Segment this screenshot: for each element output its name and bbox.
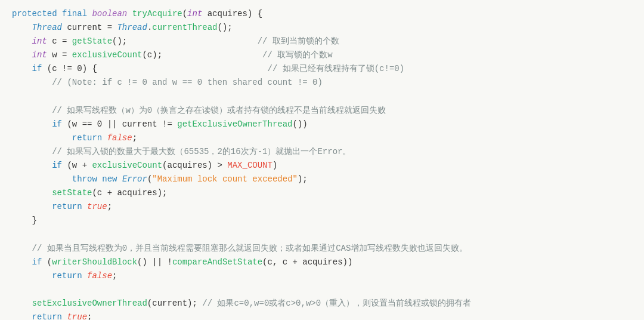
code-line-16: } <box>12 214 632 227</box>
code-line-4: int w = exclusiveCount(c); // 取写锁的个数w <box>12 48 632 62</box>
code-line-2: Thread current = Thread.currentThread(); <box>12 21 632 35</box>
code-line-11: // 如果写入锁的数量大于最大数（65535，2的16次方-1）就抛出一个Err… <box>12 145 632 159</box>
code-line-22: setExclusiveOwnerThread(current); // 如果c… <box>12 297 632 310</box>
code-line-9: if (w == 0 || current != getExclusiveOwn… <box>12 118 632 131</box>
code-line-7 <box>12 90 632 104</box>
code-line-15: return true; <box>12 200 632 214</box>
code-line-5: if (c != 0) { // 如果已经有线程持有了锁(c!=0) <box>12 62 632 76</box>
code-line-13: throw new Error("Maximum lock count exce… <box>12 173 632 186</box>
code-container: protected final boolean tryAcquire(int a… <box>0 0 644 320</box>
code-line-14: setState(c + acquires); <box>12 186 632 200</box>
code-line-8: // 如果写线程数（w）为0（换言之存在读锁）或者持有锁的线程不是当前线程就返回… <box>12 104 632 118</box>
code-line-12: if (w + exclusiveCount(acquires) > MAX_C… <box>12 159 632 173</box>
code-line-19: if (writerShouldBlock() || !compareAndSe… <box>12 256 632 269</box>
code-line-3: int c = getState(); // 取到当前锁的个数 <box>12 35 632 48</box>
code-line-10: return false; <box>12 131 632 145</box>
code-line-18: // 如果当且写线程数为0，并且当前线程需要阻塞那么就返回失败；或者如果通过CA… <box>12 242 632 256</box>
code-line-21 <box>12 283 632 297</box>
code-line-23: return true; <box>12 310 632 320</box>
code-line-17 <box>12 228 632 242</box>
code-line-1: protected final boolean tryAcquire(int a… <box>12 7 632 21</box>
code-line-6: // (Note: if c != 0 and w == 0 then shar… <box>12 76 632 90</box>
code-line-20: return false; <box>12 269 632 283</box>
